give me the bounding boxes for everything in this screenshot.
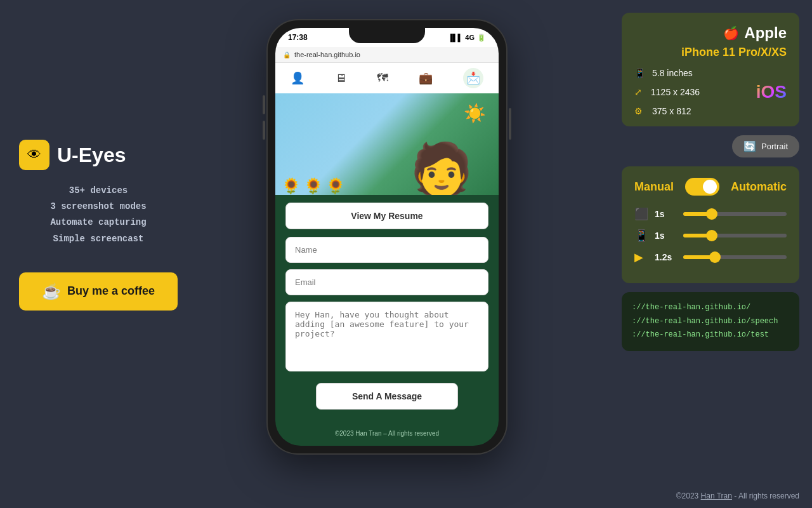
slider-thumb-2[interactable] <box>706 230 717 241</box>
phone-wrapper: 17:38 ▐▌▌ 4G 🔋 🔒 the-real-han.github.io <box>266 19 508 455</box>
nav-monitor-icon[interactable]: 🖥 <box>335 72 346 85</box>
apple-logo-icon: 🍎 <box>723 25 739 41</box>
timing-value-2: 1s <box>655 231 677 241</box>
logo-emoji: 👁 <box>27 147 41 163</box>
view-resume-button[interactable]: View My Resume <box>285 203 488 229</box>
resolution-px-icon: ⤢ <box>634 87 645 97</box>
flower-3: 🌻 <box>326 177 345 195</box>
slider-thumb-3[interactable] <box>709 251 721 263</box>
timing-header: Manual Automatic <box>634 178 787 196</box>
status-right: ▐▌▌ 4G 🔋 <box>448 34 486 42</box>
resolution-pt-row: ⚙ 375 x 812 <box>634 106 787 116</box>
timing-icon-3: ▶ <box>634 250 648 264</box>
slider-1[interactable] <box>683 212 787 216</box>
resolution-pt-icon: ⚙ <box>634 106 646 116</box>
flower-2: 🌻 <box>304 177 323 195</box>
phone-content: 👤 🖥 🗺 💼 📩 ☀️ 🌻 🌻 🌻 <box>275 63 499 446</box>
signal-bars-icon: ▐▌▌ <box>448 34 462 41</box>
signal-type: 4G <box>465 34 475 41</box>
url-line-1: ://the-real-han.github.io/ <box>632 301 789 315</box>
message-textarea[interactable] <box>285 302 488 371</box>
vol-up-button <box>263 95 265 114</box>
phone-notch <box>349 28 425 43</box>
url-list: ://the-real-han.github.io/ ://the-real-h… <box>632 301 789 342</box>
slider-fill-3 <box>683 255 712 259</box>
url-line-3: ://the-real-han.github.io/test <box>632 328 789 342</box>
phone-hero-image: ☀️ 🌻 🌻 🌻 🧑 <box>275 93 499 195</box>
feature-screencast: Simple screencast <box>19 231 178 247</box>
right-panel: 🍎 Apple iPhone 11 Pro/X/XS 📱 5.8 inches … <box>622 13 799 351</box>
timing-value-3: 1.2s <box>655 252 677 262</box>
device-card: 🍎 Apple iPhone 11 Pro/X/XS 📱 5.8 inches … <box>622 13 799 126</box>
phone-address-bar[interactable]: 🔒 the-real-han.github.io <box>275 47 499 63</box>
resolution-px-value: 1125 x 2436 <box>651 87 700 97</box>
screen-size-row: 📱 5.8 inches <box>634 68 787 78</box>
coffee-icon: ☕ <box>42 283 61 300</box>
nav-briefcase-icon[interactable]: 💼 <box>419 71 433 85</box>
phone-body: View My Resume Send A Message <box>275 195 499 430</box>
brand-name: Apple <box>744 24 787 42</box>
footer-author-link[interactable]: Han Tran <box>701 491 732 500</box>
nav-map-icon[interactable]: 🗺 <box>377 72 388 85</box>
nav-send-icon[interactable]: 📩 <box>463 68 483 88</box>
timing-value-1: 1s <box>655 209 677 219</box>
timing-icon-1: ⬛ <box>634 207 648 221</box>
timing-icon-2: 📱 <box>634 229 648 243</box>
slider-fill-2 <box>683 234 709 237</box>
slider-fill-1 <box>683 212 709 216</box>
page-footer: ©2023 Han Tran - All rights reserved <box>676 491 799 500</box>
phone-container: 17:38 ▐▌▌ 4G 🔋 🔒 the-real-han.github.io <box>266 19 508 455</box>
buy-coffee-button[interactable]: ☕ Buy me a coffee <box>19 272 178 311</box>
url-line-2: ://the-real-han.github.io/speech <box>632 315 789 329</box>
resolution-pt-value: 375 x 812 <box>652 106 691 116</box>
feature-modes: 3 screenshot modes <box>19 199 178 215</box>
device-model: iPhone 11 Pro/X/XS <box>634 46 787 59</box>
left-panel: 👁 U-Eyes 35+ devices 3 screenshot modes … <box>19 140 178 311</box>
name-input[interactable] <box>285 237 488 263</box>
phone-footer-text: ©2023 Han Tran – All rights reserved <box>335 430 439 437</box>
nav-person-icon[interactable]: 👤 <box>291 71 304 85</box>
address-text: the-real-han.github.io <box>294 51 360 58</box>
vol-down-button <box>263 121 265 140</box>
timing-row-1: ⬛ 1s <box>634 207 787 221</box>
timing-row-3: ▶ 1.2s <box>634 250 787 264</box>
logo-icon: 👁 <box>19 140 49 170</box>
feature-list: 35+ devices 3 screenshot modes Automate … <box>19 183 178 247</box>
phone-nav-icons: 👤 🖥 🗺 💼 📩 <box>275 63 499 93</box>
timing-row-2: 📱 1s <box>634 229 787 243</box>
slider-thumb-1[interactable] <box>706 208 717 220</box>
automatic-label: Automatic <box>731 180 787 194</box>
phone-footer: ©2023 Han Tran – All rights reserved <box>275 430 499 446</box>
auto-toggle[interactable] <box>685 178 719 196</box>
flower-1: 🌻 <box>282 177 301 195</box>
timing-card: Manual Automatic ⬛ 1s 📱 1s ▶ 1.2s <box>622 166 799 283</box>
slider-2[interactable] <box>683 234 787 237</box>
orientation-icon: 🔄 <box>743 140 756 152</box>
orientation-button[interactable]: 🔄 Portrait <box>732 135 799 157</box>
screen-size-icon: 📱 <box>634 68 646 78</box>
toggle-knob <box>703 180 717 194</box>
battery-icon: 🔋 <box>477 34 486 42</box>
orientation-label: Portrait <box>761 142 788 151</box>
phone-frame: 17:38 ▐▌▌ 4G 🔋 🔒 the-real-han.github.io <box>266 19 508 455</box>
footer-year: ©2023 <box>676 491 699 500</box>
url-card: ://the-real-han.github.io/ ://the-real-h… <box>622 292 799 351</box>
ios-badge: iOS <box>756 82 787 102</box>
phone-inner: 17:38 ▐▌▌ 4G 🔋 🔒 the-real-han.github.io <box>275 28 499 446</box>
device-specs: 📱 5.8 inches ⤢ 1125 x 2436 iOS ⚙ 375 x 8… <box>634 68 787 116</box>
resolution-px-row: ⤢ 1125 x 2436 iOS <box>634 82 787 102</box>
feature-automate: Automate capturing <box>19 215 178 231</box>
power-button <box>509 108 511 140</box>
feature-devices: 35+ devices <box>19 183 178 199</box>
footer-suffix: - All rights reserved <box>734 491 799 500</box>
manual-label: Manual <box>634 180 674 194</box>
app-title: U-Eyes <box>57 144 126 167</box>
status-time: 17:38 <box>288 33 308 42</box>
lock-icon: 🔒 <box>283 51 291 58</box>
email-input[interactable] <box>285 269 488 295</box>
hero-sun: ☀️ <box>464 103 486 124</box>
send-message-button[interactable]: Send A Message <box>316 383 458 410</box>
logo-row: 👁 U-Eyes <box>19 140 178 170</box>
resolution-group: 1125 x 2436 iOS <box>651 82 787 102</box>
slider-3[interactable] <box>683 255 787 259</box>
